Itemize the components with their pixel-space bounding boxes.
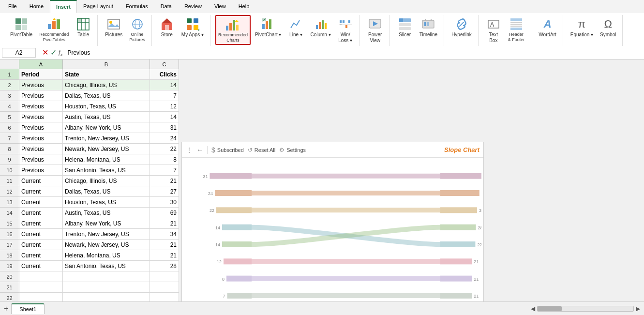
tab-help[interactable]: Help	[232, 0, 256, 13]
grid-cell[interactable]: Trenton, New Jersey, US	[63, 133, 150, 144]
tab-data[interactable]: Data	[154, 0, 178, 13]
grid-cell[interactable]: Period	[19, 69, 63, 80]
row-header[interactable]: 18	[0, 250, 19, 261]
row-header[interactable]: 19	[0, 261, 19, 271]
grid-cell[interactable]: Albany, New York, US	[63, 218, 150, 229]
grid-cell[interactable]: 28	[150, 261, 179, 271]
grid-cell[interactable]	[150, 282, 179, 293]
grid-cell[interactable]: Current	[19, 176, 63, 186]
grid-cell[interactable]: State	[63, 69, 150, 80]
grid-cell[interactable]	[150, 293, 179, 301]
row-header[interactable]: 9	[0, 154, 19, 165]
grid-cell[interactable]: 30	[150, 197, 179, 208]
grid-cell[interactable]: Current	[19, 197, 63, 208]
grid-cell[interactable]: 21	[150, 176, 179, 186]
row-header[interactable]: 7	[0, 133, 19, 144]
grid-cell[interactable]: Current	[19, 186, 63, 197]
grid-cell[interactable]: 24	[150, 133, 179, 144]
grid-cell[interactable]: Austin, Texas, US	[63, 112, 150, 122]
grid-cell[interactable]: Previous	[19, 112, 63, 122]
sheet-tab-sheet1[interactable]: Sheet1	[11, 303, 45, 314]
tab-home[interactable]: Home	[23, 0, 50, 13]
row-header[interactable]: 21	[0, 282, 19, 293]
grid-cell[interactable]: Current	[19, 229, 63, 240]
settings-button[interactable]: ⚙ Settings	[279, 147, 306, 153]
grid-cell[interactable]: Previous	[19, 101, 63, 112]
col-header-c[interactable]: C	[150, 60, 179, 69]
tab-file[interactable]: File	[2, 0, 23, 13]
grid-cell[interactable]: Current	[19, 208, 63, 218]
grid-cell[interactable]: 12	[150, 101, 179, 112]
row-header[interactable]: 16	[0, 229, 19, 240]
my-apps-button[interactable]: My Apps ▾	[179, 15, 206, 39]
grid-cell[interactable]: Current	[19, 250, 63, 261]
grid-cell[interactable]: 21	[150, 240, 179, 250]
line-button[interactable]: Line ▾	[285, 15, 306, 39]
grid-cell[interactable]: Chicago, Illinois, US	[63, 176, 150, 186]
word-art-button[interactable]: A WordArt	[536, 15, 559, 39]
confirm-formula-icon[interactable]: ✓	[50, 48, 57, 57]
recommended-charts-button[interactable]: RecommendedCharts	[215, 15, 251, 45]
scroll-right-button[interactable]: ▶	[636, 305, 640, 312]
column-button[interactable]: Column ▾	[308, 15, 333, 39]
grid-cell[interactable]	[150, 271, 179, 282]
tab-formulas[interactable]: Formulas	[120, 0, 154, 13]
grid-cell[interactable]: Previous	[19, 90, 63, 101]
row-header[interactable]: 4	[0, 101, 19, 112]
table-button[interactable]: Table	[73, 15, 93, 39]
grid-cell[interactable]: 27	[150, 186, 179, 197]
row-header[interactable]: 22	[0, 293, 19, 301]
row-header[interactable]: 11	[0, 176, 19, 186]
timeline-button[interactable]: Timeline	[417, 15, 440, 39]
grid-cell[interactable]: 69	[150, 208, 179, 218]
row-header[interactable]: 10	[0, 165, 19, 176]
tab-view[interactable]: View	[208, 0, 232, 13]
grid-cell[interactable]: San Antonio, Texas, US	[63, 165, 150, 176]
row-header[interactable]: 20	[0, 271, 19, 282]
pivot-table-button[interactable]: PivotTable	[8, 15, 35, 39]
grid-cell[interactable]: Previous	[19, 80, 63, 90]
slicer-button[interactable]: Slicer	[395, 15, 415, 39]
scroll-left-button[interactable]: ◀	[531, 305, 535, 312]
grid-cell[interactable]: Dallas, Texas, US	[63, 90, 150, 101]
subscribed-button[interactable]: $ Subscribed	[211, 146, 244, 154]
grid-cell[interactable]: 31	[150, 122, 179, 133]
row-header[interactable]: 15	[0, 218, 19, 229]
grid-cell[interactable]: Helena, Montana, US	[63, 250, 150, 261]
grid-cell[interactable]	[19, 293, 63, 301]
row-header[interactable]: 14	[0, 208, 19, 218]
grid-cell[interactable]: Previous	[19, 154, 63, 165]
grid-cell[interactable]: 22	[150, 144, 179, 154]
tab-insert[interactable]: Insert	[50, 0, 77, 13]
row-header[interactable]: 2	[0, 80, 19, 90]
text-box-button[interactable]: A TextBox	[483, 15, 504, 45]
grid-cell[interactable]: Current	[19, 261, 63, 271]
grid-cell[interactable]: 14	[150, 80, 179, 90]
cell-reference-box[interactable]	[2, 48, 36, 58]
pivot-chart-button[interactable]: PivotChart ▾	[253, 15, 284, 39]
reset-all-button[interactable]: ↺ Reset All	[248, 147, 275, 153]
row-header[interactable]: 6	[0, 122, 19, 133]
grid-cell[interactable]: Chicago, Illinois, US	[63, 80, 150, 90]
grid-cell[interactable]: 8	[150, 154, 179, 165]
formula-input[interactable]	[66, 48, 642, 57]
grid-cell[interactable]: 7	[150, 165, 179, 176]
row-header[interactable]: 8	[0, 144, 19, 154]
cancel-formula-icon[interactable]: ✕	[42, 48, 48, 57]
pictures-button[interactable]: Pictures	[103, 15, 125, 39]
header-footer-button[interactable]: Header& Footer	[506, 15, 527, 44]
grid-cell[interactable]: Dallas, Texas, US	[63, 186, 150, 197]
add-sheet-button[interactable]: +	[2, 304, 10, 313]
tab-page-layout[interactable]: Page Layout	[77, 0, 120, 13]
grid-cell[interactable]: Current	[19, 240, 63, 250]
col-header-a[interactable]: A	[19, 60, 63, 69]
grid-cell[interactable]	[63, 271, 150, 282]
recommended-pivot-button[interactable]: RecommendedPivotTables	[37, 15, 71, 44]
online-pictures-button[interactable]: OnlinePictures	[127, 15, 148, 44]
back-arrow-icon[interactable]: ←	[196, 146, 203, 154]
horizontal-scrollbar[interactable]	[537, 306, 634, 312]
grid-cell[interactable]: 7	[150, 90, 179, 101]
row-header[interactable]: 13	[0, 197, 19, 208]
grid-cell[interactable]: Previous	[19, 133, 63, 144]
store-button[interactable]: Store	[157, 15, 177, 39]
